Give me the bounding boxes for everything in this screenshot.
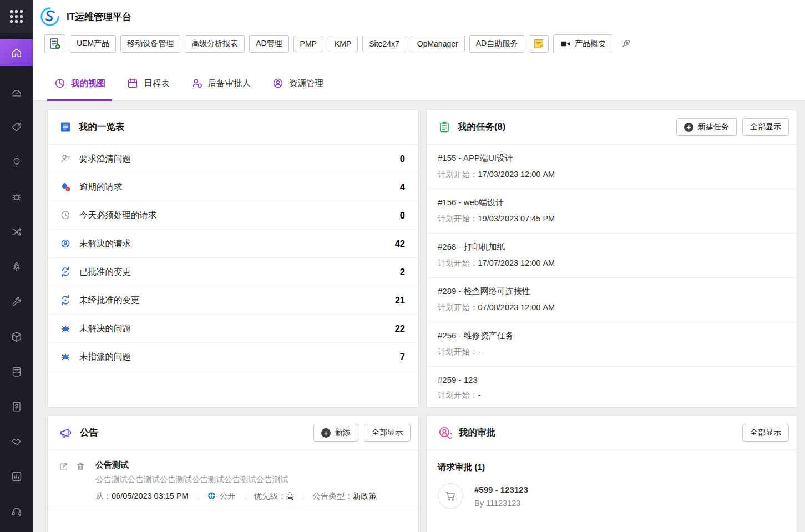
my-view-icon <box>54 77 66 89</box>
tab-scheduler[interactable]: 日程表 <box>120 77 176 100</box>
sidebar-item-reports[interactable] <box>0 459 33 494</box>
sidebar-item-problems[interactable] <box>0 179 33 214</box>
toolbar-button-adselfservice[interactable]: AD自助服务 <box>469 35 524 53</box>
summary-row-open-problems[interactable]: 未解决的问题 22 <box>48 315 418 343</box>
toolbar-button-site24x7[interactable]: Site24x7 <box>362 36 406 52</box>
task-item[interactable]: #156 - web端设计 计划开始：19/03/2023 07:45 PM <box>427 189 797 234</box>
task-name[interactable]: #268 - 打印机加纸 <box>438 242 786 252</box>
home-icon <box>11 47 23 59</box>
new-task-button[interactable]: + 新建任务 <box>676 118 737 136</box>
summary-row-unapproved-changes[interactable]: 未经批准的变更 21 <box>48 286 418 315</box>
sidebar-item-assets[interactable] <box>0 319 33 354</box>
svg-text:?: ? <box>67 155 70 160</box>
sidebar-item-contracts[interactable] <box>0 424 33 459</box>
bug-icon <box>11 191 23 203</box>
task-item[interactable]: #259 - 123 计划开始：- <box>427 367 797 407</box>
task-name[interactable]: #256 - 维修资产任务 <box>438 331 786 341</box>
toolbar-button-ad[interactable]: AD管理 <box>249 35 288 53</box>
toolbar-button-kmp[interactable]: KMP <box>328 36 358 52</box>
task-start-value: 19/03/2023 07:45 PM <box>478 214 555 223</box>
delete-icon[interactable] <box>75 462 85 472</box>
product-overview-button[interactable]: 产品概要 <box>553 34 612 53</box>
tab-label: 我的视图 <box>71 78 105 89</box>
separator <box>245 493 245 500</box>
task-item[interactable]: #256 - 维修资产任务 计划开始：- <box>427 322 797 367</box>
task-name[interactable]: #289 - 检查网络可连接性 <box>438 286 786 297</box>
due-today-icon <box>59 209 72 221</box>
summary-item-label: 未指派的问题 <box>79 351 131 363</box>
unapproved-changes-icon <box>59 294 72 306</box>
add-announcement-button[interactable]: + 新添 <box>313 424 358 442</box>
sidebar-item-home[interactable] <box>0 39 33 66</box>
summary-row-due-today[interactable]: 今天必须处理的请求 0 <box>48 201 418 230</box>
announcement-type-value: 新政策 <box>353 492 377 500</box>
task-item[interactable]: #289 - 检查网络可连接性 计划开始：07/08/2023 12:00 AM <box>427 278 797 322</box>
summary-row-clarification[interactable]: ? 要求澄清问题 0 <box>48 145 418 173</box>
main-area: IT运维管理平台 UEM产品 移动设备管理 高级分析报表 AD管理 PMP KM… <box>33 0 805 532</box>
announcements-show-all-button[interactable]: 全部显示 <box>364 424 411 442</box>
sidebar-item-changes[interactable] <box>0 214 33 249</box>
task-item[interactable]: #268 - 打印机加纸 计划开始：17/07/2023 12:00 AM <box>427 234 797 278</box>
announcement-meta: 从：06/05/2023 03:15 PM 公开 优先级：高 公告类型：新政策 <box>95 490 407 502</box>
show-all-label: 全部显示 <box>750 122 781 132</box>
approval-name[interactable]: #599 - 123123 <box>474 485 528 494</box>
task-start-label: 计划开始： <box>438 170 478 179</box>
sidebar-item-dashboard[interactable] <box>0 74 33 109</box>
tab-resource-management[interactable]: 资源管理 <box>265 77 330 100</box>
sidebar-item-purchase[interactable] <box>0 389 33 424</box>
task-start-label: 计划开始： <box>438 303 478 312</box>
approval-item[interactable]: #599 - 123123 By 11123123 <box>427 479 797 513</box>
toolbar-button-analytics[interactable]: 高级分析报表 <box>185 35 245 53</box>
announcement-from-label: 从： <box>95 492 112 500</box>
dashboard-content: 我的一览表 ? 要求澄清问题 0 逾期的请求 4 今天必须处理的请求 0 <box>33 101 805 532</box>
summary-item-count: 7 <box>400 352 405 362</box>
database-icon <box>11 366 23 378</box>
summary-item-label: 未解决的请求 <box>79 238 131 250</box>
toolbar-button-uem[interactable]: UEM产品 <box>70 35 116 53</box>
approvals-show-all-button[interactable]: 全部显示 <box>742 424 789 442</box>
notes-button[interactable] <box>529 35 549 53</box>
toolbar-button-opmanager[interactable]: OpManager <box>411 36 465 52</box>
task-name[interactable]: #156 - web端设计 <box>438 197 786 208</box>
tab-my-view[interactable]: 我的视图 <box>47 77 112 100</box>
product-overview-label: 产品概要 <box>575 39 606 49</box>
summary-row-open-requests[interactable]: 未解决的请求 42 <box>48 230 418 258</box>
toolbar-button-pmp[interactable]: PMP <box>293 36 323 52</box>
tab-backup-approver[interactable]: 后备审批人 <box>184 77 258 100</box>
my-approvals-header: 我的审批 全部显示 <box>427 416 797 450</box>
summary-item-label: 已批准的变更 <box>79 266 131 278</box>
resource-management-icon <box>272 77 284 89</box>
app-switcher-button[interactable] <box>0 0 33 33</box>
task-start-value: - <box>478 391 481 399</box>
add-request-button[interactable] <box>44 34 65 53</box>
sidebar-item-cmdb[interactable] <box>0 354 33 389</box>
box-icon <box>11 331 23 343</box>
toolbar-button-mdm[interactable]: 移动设备管理 <box>120 35 180 53</box>
approval-avatar <box>438 483 463 509</box>
task-name[interactable]: #155 - APP端UI设计 <box>438 153 786 164</box>
app-header: IT运维管理平台 <box>33 0 805 33</box>
tasks-show-all-button[interactable]: 全部显示 <box>742 118 789 136</box>
summary-row-unassigned-problems[interactable]: 未指派的问题 7 <box>48 343 418 371</box>
sidebar-item-projects[interactable] <box>0 284 33 319</box>
summary-row-overdue[interactable]: 逾期的请求 4 <box>48 173 418 201</box>
summary-row-approved-changes[interactable]: 已批准的变更 2 <box>48 258 418 286</box>
task-name[interactable]: #259 - 123 <box>438 375 786 384</box>
gauge-icon <box>11 86 23 98</box>
announcement-type-label: 公告类型： <box>312 492 353 500</box>
sidebar-item-support[interactable] <box>0 494 33 529</box>
task-start-label: 计划开始： <box>438 347 478 356</box>
sidebar-item-solutions[interactable] <box>0 144 33 179</box>
apps-grid-icon <box>10 10 23 23</box>
announcement-item[interactable]: 公告测试 公告测试公告测试公告测试公告测试公告测试公告测试 从：06/05/20… <box>48 450 418 510</box>
task-item[interactable]: #155 - APP端UI设计 计划开始：17/03/2023 12:00 AM <box>427 145 797 189</box>
summary-item-count: 4 <box>400 182 405 192</box>
announcement-title[interactable]: 公告测试 <box>95 460 407 470</box>
sidebar-item-releases[interactable] <box>0 249 33 284</box>
sidebar-item-requests[interactable] <box>0 109 33 144</box>
task-start-label: 计划开始： <box>438 214 478 223</box>
shuffle-icon <box>11 226 23 238</box>
whats-new-button[interactable] <box>617 35 635 53</box>
summary-item-count: 0 <box>400 210 405 221</box>
edit-icon[interactable] <box>59 462 69 472</box>
